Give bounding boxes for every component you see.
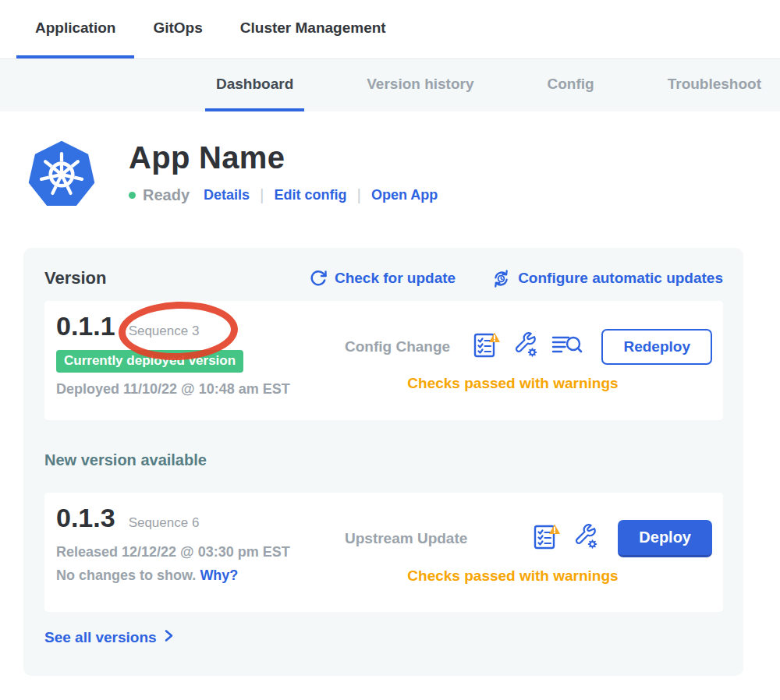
app-section-nav: Dashboard Version history Config Trouble… bbox=[0, 58, 780, 111]
scheduled-update-icon bbox=[491, 269, 511, 288]
configure-automatic-updates-label: Configure automatic updates bbox=[518, 270, 723, 287]
deployed-timestamp: Deployed 11/10/22 @ 10:48 am EST bbox=[56, 381, 314, 398]
edit-config-link[interactable]: Edit config bbox=[275, 187, 347, 203]
redeploy-button[interactable]: Redeploy bbox=[601, 329, 712, 365]
available-version-sequence: Sequence 6 bbox=[129, 515, 200, 531]
deploy-button[interactable]: Deploy bbox=[618, 520, 712, 557]
app-status-row: Ready Details | Edit config | Open App bbox=[129, 186, 438, 204]
tab-config-label: Config bbox=[548, 76, 594, 93]
app-info: App Name Ready Details | Edit config | O… bbox=[129, 137, 438, 210]
no-changes-text: No changes to show. Why? bbox=[56, 567, 314, 584]
current-version-number: 0.1.1 bbox=[56, 311, 115, 341]
status-ready-dot-icon bbox=[129, 192, 136, 199]
current-version-card: 0.1.1 Sequence 3 Currently deployed vers… bbox=[44, 301, 723, 420]
available-version-card: 0.1.3 Sequence 6 Released 12/12/22 @ 03:… bbox=[44, 493, 723, 612]
version-status-icons bbox=[472, 331, 583, 362]
edit-config-icon[interactable] bbox=[512, 332, 539, 362]
see-all-versions-link[interactable]: See all versions bbox=[44, 629, 723, 646]
divider: | bbox=[260, 186, 264, 204]
view-logs-icon[interactable] bbox=[551, 334, 583, 360]
details-link[interactable]: Details bbox=[204, 187, 250, 203]
available-version-actions: Upstream Update bbox=[314, 503, 712, 602]
available-version-actions-row: Upstream Update bbox=[314, 520, 712, 557]
tab-dashboard[interactable]: Dashboard bbox=[205, 59, 304, 111]
version-source-label: Config Change bbox=[345, 338, 450, 355]
status-text: Ready bbox=[143, 186, 190, 204]
tab-cluster-management-label: Cluster Management bbox=[240, 19, 386, 37]
check-for-update-link[interactable]: Check for update bbox=[309, 269, 456, 288]
version-status-icons bbox=[532, 523, 599, 554]
current-version-sequence: Sequence 3 bbox=[129, 323, 200, 339]
tab-gitops[interactable]: GitOps bbox=[134, 0, 221, 58]
version-panel-title: Version bbox=[44, 268, 106, 288]
preflight-checks-icon[interactable] bbox=[472, 331, 500, 362]
preflight-result-text: Checks passed with warnings bbox=[314, 567, 712, 585]
version-panel: Version Check for update bbox=[23, 248, 743, 676]
new-version-heading: New version available bbox=[44, 451, 723, 469]
available-version-info: 0.1.3 Sequence 6 Released 12/12/22 @ 03:… bbox=[56, 503, 314, 602]
refresh-icon bbox=[309, 269, 328, 288]
version-source-label: Upstream Update bbox=[345, 530, 467, 547]
available-version-line: 0.1.3 Sequence 6 bbox=[56, 503, 314, 533]
current-version-actions-row: Config Change bbox=[314, 329, 712, 365]
tab-version-history-label: Version history bbox=[367, 76, 473, 93]
tab-troubleshoot-label: Troubleshoot bbox=[668, 76, 761, 93]
app-name: App Name bbox=[129, 140, 438, 175]
tab-application[interactable]: Application bbox=[16, 0, 134, 58]
tab-application-label: Application bbox=[35, 19, 115, 37]
edit-config-icon[interactable] bbox=[573, 524, 599, 553]
available-version-number: 0.1.3 bbox=[56, 503, 115, 533]
current-version-line: 0.1.1 Sequence 3 bbox=[56, 311, 314, 341]
divider: | bbox=[357, 186, 361, 204]
tab-gitops-label: GitOps bbox=[153, 19, 202, 37]
released-timestamp: Released 12/12/22 @ 03:30 pm EST bbox=[56, 544, 314, 560]
current-version-info: 0.1.1 Sequence 3 Currently deployed vers… bbox=[56, 311, 314, 410]
tab-dashboard-label: Dashboard bbox=[216, 76, 293, 93]
primary-nav: Application GitOps Cluster Management bbox=[0, 0, 780, 58]
chevron-right-icon bbox=[164, 629, 174, 646]
no-changes-label: No changes to show. bbox=[56, 567, 196, 583]
app-header: App Name Ready Details | Edit config | O… bbox=[26, 137, 780, 210]
current-version-actions: Config Change bbox=[314, 311, 712, 410]
tab-cluster-management[interactable]: Cluster Management bbox=[222, 0, 405, 58]
tab-version-history[interactable]: Version history bbox=[356, 59, 484, 111]
currently-deployed-badge: Currently deployed version bbox=[56, 350, 243, 373]
version-panel-header: Version Check for update bbox=[44, 268, 723, 288]
open-app-link[interactable]: Open App bbox=[371, 187, 438, 203]
preflight-result-text: Checks passed with warnings bbox=[314, 375, 712, 392]
kubernetes-logo-icon bbox=[26, 137, 98, 210]
tab-troubleshoot[interactable]: Troubleshoot bbox=[657, 59, 772, 111]
preflight-checks-icon[interactable] bbox=[532, 523, 560, 554]
check-for-update-label: Check for update bbox=[335, 270, 456, 287]
see-all-versions-label: See all versions bbox=[44, 629, 157, 646]
why-link[interactable]: Why? bbox=[200, 567, 238, 583]
tab-config[interactable]: Config bbox=[537, 59, 605, 111]
configure-automatic-updates-link[interactable]: Configure automatic updates bbox=[491, 269, 723, 288]
